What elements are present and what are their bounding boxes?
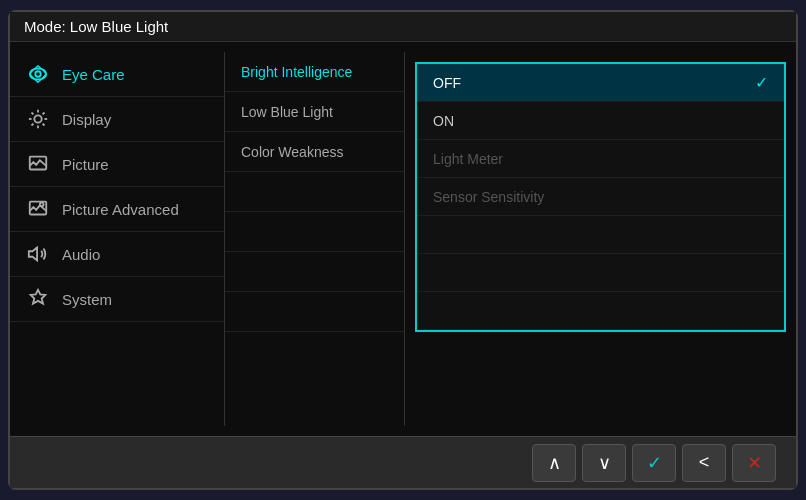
menu-area: Eye Care: [10, 42, 796, 436]
dropdown-item-empty2: [417, 254, 784, 292]
dropdown-item-light-meter: Light Meter: [417, 140, 784, 178]
middle-item-empty1: [225, 172, 404, 212]
svg-point-1: [35, 71, 41, 77]
sidebar-item-audio[interactable]: Audio: [10, 232, 224, 277]
middle-column: Bright Intelligence Low Blue Light Color…: [225, 52, 405, 426]
check-icon: ✓: [755, 73, 768, 92]
sidebar-item-display[interactable]: Display: [10, 97, 224, 142]
dropdown-item-empty1: [417, 216, 784, 254]
svg-line-10: [43, 112, 45, 114]
svg-point-13: [40, 203, 44, 207]
dropdown-item-sensor-sensitivity: Sensor Sensitivity: [417, 178, 784, 216]
svg-line-9: [31, 124, 33, 126]
mode-bar: Mode: Low Blue Light: [10, 12, 796, 42]
middle-item-empty3: [225, 252, 404, 292]
sidebar-label-system: System: [62, 291, 112, 308]
middle-item-empty4: [225, 292, 404, 332]
eye-care-icon: [26, 62, 50, 86]
sidebar-label-eye-care: Eye Care: [62, 66, 125, 83]
dropdown-item-on[interactable]: ON: [417, 102, 784, 140]
sidebar: Eye Care: [10, 52, 225, 426]
middle-item-bright-intelligence[interactable]: Bright Intelligence: [225, 52, 404, 92]
back-button[interactable]: <: [682, 444, 726, 482]
sidebar-label-audio: Audio: [62, 246, 100, 263]
sidebar-item-system[interactable]: System: [10, 277, 224, 322]
system-icon: [26, 287, 50, 311]
svg-line-8: [43, 124, 45, 126]
close-button[interactable]: ✕: [732, 444, 776, 482]
middle-item-color-weakness[interactable]: Color Weakness: [225, 132, 404, 172]
button-bar: ∧ ∨ ✓ < ✕: [10, 436, 796, 488]
down-button[interactable]: ∨: [582, 444, 626, 482]
sidebar-label-picture-advanced: Picture Advanced: [62, 201, 179, 218]
svg-point-2: [34, 115, 41, 122]
up-button[interactable]: ∧: [532, 444, 576, 482]
display-icon: [26, 107, 50, 131]
svg-marker-14: [29, 248, 37, 261]
dropdown-item-off[interactable]: OFF ✓: [417, 64, 784, 102]
sidebar-item-picture-advanced[interactable]: Picture Advanced: [10, 187, 224, 232]
dropdown-box: OFF ✓ ON Light Meter Sensor Sensitivity: [415, 62, 786, 332]
middle-item-empty2: [225, 212, 404, 252]
sidebar-item-picture[interactable]: Picture: [10, 142, 224, 187]
svg-line-7: [31, 112, 33, 114]
confirm-button[interactable]: ✓: [632, 444, 676, 482]
sidebar-label-display: Display: [62, 111, 111, 128]
sidebar-label-picture: Picture: [62, 156, 109, 173]
middle-item-low-blue-light[interactable]: Low Blue Light: [225, 92, 404, 132]
audio-icon: [26, 242, 50, 266]
picture-advanced-icon: [26, 197, 50, 221]
picture-icon: [26, 152, 50, 176]
screen: Eye Care: [10, 42, 796, 488]
monitor: Mode: Low Blue Light Eye Care: [8, 10, 798, 490]
sidebar-item-eye-care[interactable]: Eye Care: [10, 52, 224, 97]
right-column: OFF ✓ ON Light Meter Sensor Sensitivity: [405, 52, 796, 426]
mode-label: Mode: Low Blue Light: [24, 18, 168, 35]
dropdown-item-empty3: [417, 292, 784, 330]
